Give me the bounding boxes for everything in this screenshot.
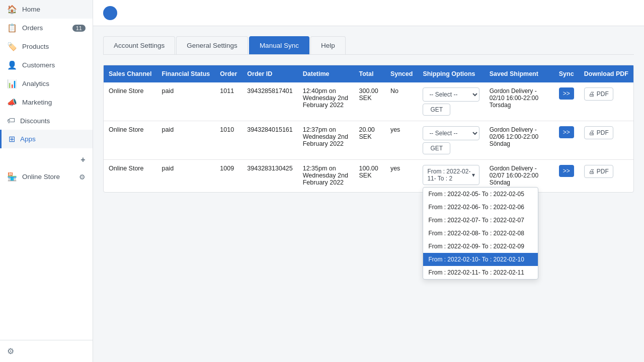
- dropdown-option-6[interactable]: From : 2022-02-11- To : 2022-02-11: [423, 266, 538, 279]
- datetime-cell: 12:37pm on Wednesday 2nd February 2022: [298, 121, 354, 160]
- tabs-bar: Account SettingsGeneral SettingsManual S…: [103, 36, 634, 55]
- col-header-sales-channel: Sales Channel: [104, 65, 156, 82]
- total-cell: 20.00 SEK: [354, 121, 385, 160]
- sales-channels-header: +: [0, 148, 93, 167]
- tab-manual-sync[interactable]: Manual Sync: [249, 36, 309, 54]
- sales-channel-cell: Online Store: [104, 82, 156, 121]
- shipping-options-cell: -- Select -- GET: [418, 121, 484, 160]
- from-to-value: From : 2022-02-11- To : 2: [427, 168, 471, 182]
- shipping-select-1[interactable]: -- Select --: [423, 126, 479, 140]
- order-id-cell: 3943283130425: [242, 160, 297, 193]
- sidebar-item-orders[interactable]: 📋 Orders 11: [0, 19, 93, 37]
- printer-icon: 🖨: [589, 129, 595, 136]
- apps-icon: ⊞: [9, 134, 15, 144]
- get-button-1[interactable]: GET: [423, 142, 450, 154]
- topbar: [93, 0, 644, 26]
- page-content: Account SettingsGeneral SettingsManual S…: [93, 26, 644, 362]
- col-header-order: Order: [215, 65, 242, 82]
- col-header-order-id: Order ID: [242, 65, 297, 82]
- from-to-select[interactable]: From : 2022-02-11- To : 2 ▾: [423, 165, 479, 185]
- printer-icon: 🖨: [589, 168, 595, 175]
- col-header-synced: Synced: [385, 65, 418, 82]
- sidebar-item-discounts[interactable]: 🏷 Discounts: [0, 112, 93, 130]
- customers-icon: 👤: [7, 60, 17, 70]
- sync-button-2[interactable]: >>: [559, 165, 574, 177]
- pdf-button-1[interactable]: 🖨 PDF: [584, 126, 613, 139]
- col-header-financial-status: Financial Status: [156, 65, 215, 82]
- sidebar-item-label: Home: [22, 6, 40, 13]
- total-cell: 300.00 SEK: [354, 82, 385, 121]
- financial-status-cell: paid: [156, 82, 215, 121]
- col-header-shipping-options: Shipping Options: [418, 65, 484, 82]
- tab-help[interactable]: Help: [310, 36, 346, 54]
- sidebar-item-label: Orders: [22, 24, 43, 32]
- sync-button-0[interactable]: >>: [559, 87, 574, 100]
- sidebar-bottom: ⚙: [0, 340, 93, 362]
- store-icon: 🏪: [7, 172, 17, 182]
- synced-cell: yes: [385, 160, 418, 193]
- shipping-select-0[interactable]: -- Select --: [423, 87, 479, 102]
- sidebar-nav: 🏠 Home 📋 Orders 11🏷️ Products 👤 Customer…: [0, 0, 93, 148]
- pdf-button-2[interactable]: 🖨 PDF: [584, 165, 613, 178]
- sales-channel-cell: Online Store: [104, 160, 156, 193]
- dropdown-option-0[interactable]: From : 2022-02-05- To : 2022-02-05: [423, 188, 538, 201]
- shipping-options-cell: From : 2022-02-11- To : 2 ▾ From : 2022-…: [418, 160, 484, 193]
- table-row: Online Storepaid1009394328313042512:35pm…: [104, 160, 633, 193]
- sidebar-item-online-store[interactable]: 🏪 Online Store ⚙: [0, 167, 93, 186]
- sync-cell: >>: [554, 160, 579, 193]
- col-header-datetime: Datetime: [298, 65, 354, 82]
- shipping-dropdown-list: From : 2022-02-05- To : 2022-02-05 From …: [423, 187, 538, 280]
- sidebar-item-label: Online Store: [22, 173, 60, 180]
- total-cell: 100.00 SEK: [354, 160, 385, 193]
- printer-icon: 🖨: [589, 90, 595, 98]
- order-cell: 1009: [215, 160, 242, 193]
- synced-cell: No: [385, 82, 418, 121]
- orders-table: Sales ChannelFinancial StatusOrderOrder …: [104, 65, 633, 192]
- store-settings-icon[interactable]: ⚙: [79, 173, 86, 181]
- download-pdf-cell: 🖨 PDF: [579, 82, 633, 121]
- order-id-cell: 3943284015161: [242, 121, 297, 160]
- synced-cell: yes: [385, 121, 418, 160]
- dropdown-option-3[interactable]: From : 2022-02-08- To : 2022-02-08: [423, 227, 538, 240]
- order-cell: 1011: [215, 82, 242, 121]
- col-header-download-pdf: Download PDF: [579, 65, 633, 82]
- tab-account-settings[interactable]: Account Settings: [103, 36, 175, 54]
- add-sales-channel-icon[interactable]: +: [80, 155, 86, 164]
- sidebar: 🏠 Home 📋 Orders 11🏷️ Products 👤 Customer…: [0, 0, 93, 362]
- get-button-0[interactable]: GET: [423, 104, 450, 116]
- logo-icon: [103, 6, 117, 20]
- sidebar-item-apps[interactable]: ⊞ Apps: [0, 130, 93, 148]
- dropdown-option-1[interactable]: From : 2022-02-06- To : 2022-02-06: [423, 201, 538, 214]
- datetime-cell: 12:40pm on Wednesday 2nd February 2022: [298, 82, 354, 121]
- sidebar-item-analytics[interactable]: 📊 Analytics: [0, 74, 93, 93]
- main-content: Account SettingsGeneral SettingsManual S…: [93, 0, 644, 362]
- dropdown-option-2[interactable]: From : 2022-02-07- To : 2022-02-07: [423, 214, 538, 227]
- sidebar-item-home[interactable]: 🏠 Home: [0, 0, 93, 19]
- dropdown-option-5[interactable]: From : 2022-02-10- To : 2022-02-10: [423, 253, 538, 266]
- col-header-total: Total: [354, 65, 385, 82]
- sidebar-item-label: Apps: [20, 135, 36, 143]
- tab-general-settings[interactable]: General Settings: [176, 36, 248, 54]
- pdf-button-0[interactable]: 🖨 PDF: [584, 87, 613, 101]
- sidebar-item-marketing[interactable]: 📣 Marketing: [0, 93, 93, 112]
- sidebar-item-customers[interactable]: 👤 Customers: [0, 56, 93, 74]
- sync-cell: >>: [554, 121, 579, 160]
- sidebar-item-label: Analytics: [22, 80, 49, 87]
- order-cell: 1010: [215, 121, 242, 160]
- download-pdf-cell: 🖨 PDF: [579, 160, 633, 193]
- sync-button-1[interactable]: >>: [559, 126, 574, 138]
- settings-item[interactable]: ⚙: [0, 340, 93, 362]
- sales-channel-cell: Online Store: [104, 121, 156, 160]
- orders-icon: 📋: [7, 23, 17, 33]
- dropdown-option-4[interactable]: From : 2022-02-09- To : 2022-02-09: [423, 240, 538, 253]
- settings-icon: ⚙: [7, 346, 14, 356]
- table-row: Online Storepaid1010394328401516112:37pm…: [104, 121, 633, 160]
- col-header-saved-shipment: Saved Shipment: [485, 65, 554, 82]
- shipping-options-cell: -- Select -- GET: [418, 82, 484, 121]
- analytics-icon: 📊: [7, 79, 17, 88]
- sidebar-item-label: Marketing: [22, 99, 52, 106]
- sidebar-item-label: Products: [22, 43, 49, 50]
- datetime-cell: 12:35pm on Wednesday 2nd February 2022: [298, 160, 354, 193]
- sidebar-item-products[interactable]: 🏷️ Products: [0, 37, 93, 56]
- sidebar-item-label: Customers: [22, 61, 55, 69]
